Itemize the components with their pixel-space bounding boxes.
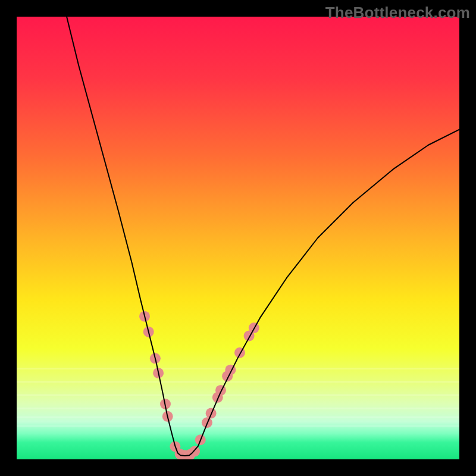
plot-area (17, 17, 459, 459)
data-marker (234, 347, 245, 358)
watermark-label: TheBottleneck.com (325, 4, 470, 22)
chart-frame: TheBottleneck.com (0, 0, 476, 476)
data-marker (189, 446, 200, 457)
chart-svg (17, 17, 459, 459)
data-marker (215, 385, 226, 396)
